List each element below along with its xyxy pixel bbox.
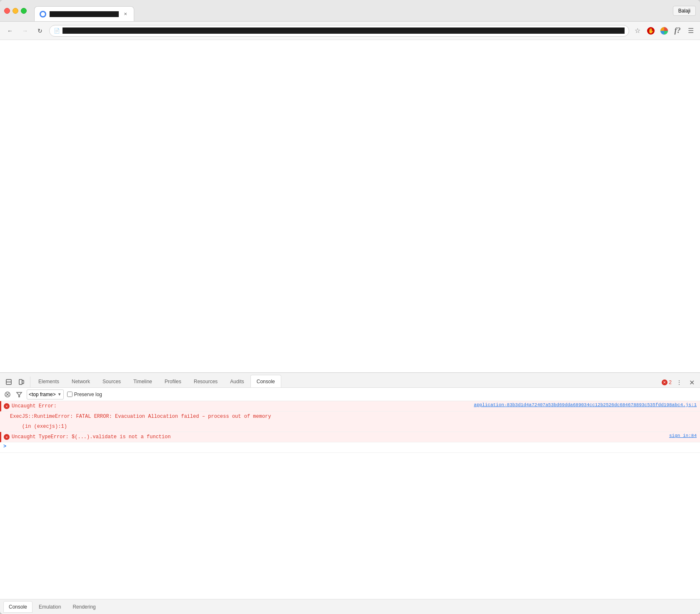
tab-timeline[interactable]: Timeline [127, 375, 158, 387]
devtools-menu-button[interactable]: ⋮ [674, 377, 684, 387]
devtools-bottom-tabs: Console Emulation Rendering [0, 599, 700, 614]
console-toolbar: <top frame> ▼ Preserve log [0, 388, 700, 401]
devtools-close-button[interactable]: ✕ [687, 377, 697, 387]
console-filter-button[interactable] [15, 390, 23, 399]
tab-favicon [40, 11, 46, 17]
browser-window: ████████████████████ ✕ Balaji ← → ↻ 📄 ██… [0, 0, 700, 614]
error-link-1[interactable]: application-83b3d1d4a72407a53bd69dda6890… [474, 402, 697, 407]
frame-select-arrow: ▼ [58, 392, 62, 397]
page-icon: 📄 [54, 28, 60, 34]
tab-close-button[interactable]: ✕ [122, 11, 129, 17]
forward-button[interactable]: → [19, 25, 31, 37]
preserve-log-label[interactable]: Preserve log [67, 392, 102, 397]
tab-bar: ████████████████████ ✕ [34, 0, 670, 21]
maximize-button[interactable] [21, 8, 27, 14]
reload-button[interactable]: ↻ [34, 25, 46, 37]
console-input[interactable] [8, 444, 697, 451]
tab-elements[interactable]: Elements [32, 375, 65, 387]
profile-button[interactable]: Balaji [673, 6, 696, 16]
tab-title: ████████████████████ [50, 11, 119, 17]
inspect-element-icon[interactable] [3, 377, 14, 387]
devtools-tab-bar: Elements Network Sources Timeline Profil… [0, 373, 700, 388]
error-text-2: Uncaught TypeError: $(...).validate is n… [12, 433, 666, 441]
back-button[interactable]: ← [4, 25, 16, 37]
page-content [0, 40, 700, 372]
tab-sources[interactable]: Sources [96, 375, 127, 387]
error-cont-text-1: ExecJS::RuntimeError: FATAL ERROR: Evacu… [10, 413, 697, 420]
tab-console[interactable]: Console [250, 375, 281, 387]
svg-text:✋: ✋ [648, 27, 654, 34]
error-icon-1: ✕ [3, 403, 10, 409]
error-circle-icon-2: ✕ [4, 434, 10, 440]
console-error-1-cont2: (in (execjs):1) [0, 422, 700, 432]
svg-marker-11 [17, 392, 22, 397]
tab-resources[interactable]: Resources [188, 375, 224, 387]
bottom-tab-rendering[interactable]: Rendering [67, 601, 101, 613]
tab-network[interactable]: Network [65, 375, 96, 387]
svg-rect-7 [22, 380, 24, 384]
frame-select[interactable]: <top frame> ▼ [27, 389, 64, 399]
active-tab[interactable]: ████████████████████ ✕ [34, 6, 134, 21]
svg-rect-6 [19, 379, 22, 384]
bottom-tab-console[interactable]: Console [3, 601, 32, 613]
console-error-2: ✕ Uncaught TypeError: $(...).validate is… [0, 432, 700, 442]
preserve-log-checkbox[interactable] [67, 392, 72, 397]
address-text: ████████████████████████████████ [62, 27, 625, 34]
frame-select-label: <top frame> [29, 392, 56, 397]
error-link-2[interactable]: sign in:84 [669, 433, 697, 438]
console-error-1-cont1: ExecJS::RuntimeError: FATAL ERROR: Evacu… [0, 412, 700, 422]
bottom-tab-emulation[interactable]: Emulation [33, 601, 66, 613]
error-icon-2: ✕ [3, 434, 10, 440]
new-tab-button[interactable] [136, 10, 148, 21]
error-text-1: Uncaught Error: [12, 402, 470, 410]
tab-profiles[interactable]: Profiles [158, 375, 188, 387]
console-prompt: > [3, 444, 6, 449]
error-count: 2 [669, 379, 672, 385]
preserve-log-text: Preserve log [74, 392, 102, 397]
address-bar[interactable]: 📄 ████████████████████████████████ [49, 25, 629, 37]
f-icon[interactable]: f? [672, 26, 682, 36]
stop-hand-icon[interactable]: ✋ [646, 26, 656, 36]
minimize-button[interactable] [12, 8, 18, 14]
error-cont-text-2: (in (execjs):1) [10, 423, 697, 430]
svg-point-0 [41, 12, 45, 16]
color-wheel-icon[interactable] [659, 26, 669, 36]
device-emulation-icon[interactable] [16, 377, 27, 387]
bookmark-icon[interactable]: ☆ [632, 26, 642, 36]
traffic-lights [4, 8, 27, 14]
devtools-panel: Elements Network Sources Timeline Profil… [0, 372, 700, 614]
menu-icon[interactable]: ☰ [686, 26, 696, 36]
error-badge: ✕ 2 [662, 379, 672, 385]
console-content: ✕ Uncaught Error: application-83b3d1d4a7… [0, 401, 700, 599]
nav-bar: ← → ↻ 📄 ████████████████████████████████… [0, 22, 700, 40]
title-bar: ████████████████████ ✕ Balaji [0, 0, 700, 22]
error-circle-icon-1: ✕ [4, 403, 10, 409]
tab-audits[interactable]: Audits [224, 375, 250, 387]
devtools-right: ✕ 2 ⋮ ✕ [662, 377, 697, 387]
console-input-row[interactable]: > [0, 442, 700, 453]
close-button[interactable] [4, 8, 10, 14]
error-count-icon: ✕ [662, 379, 668, 385]
nav-icons: ☆ ✋ f? ☰ [632, 26, 696, 36]
devtools-icons-left [3, 377, 30, 387]
console-error-1: ✕ Uncaught Error: application-83b3d1d4a7… [0, 401, 700, 412]
console-clear-button[interactable] [3, 390, 12, 399]
